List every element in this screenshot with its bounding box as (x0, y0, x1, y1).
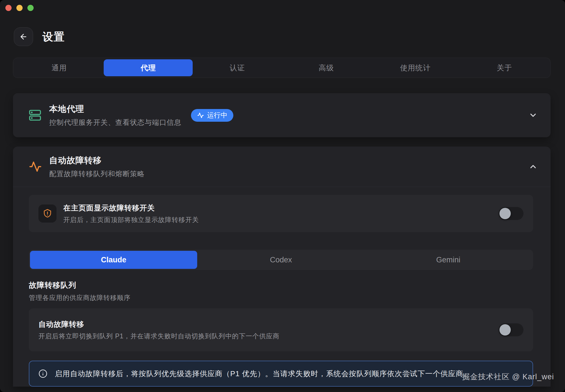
chevron-up-icon (529, 162, 538, 171)
auto-failover-toggle-row: 自动故障转移 开启后将立即切换到队列 P1，并在请求失败时自动切换到队列中的下一… (29, 308, 533, 351)
app-segmented-control: Claude Codex Gemini (29, 250, 533, 270)
segment-codex[interactable]: Codex (197, 251, 364, 269)
toggle-knob (499, 324, 511, 336)
auto-failover-toggle-subtitle: 开启后将立即切换到队列 P1，并在请求失败时自动切换到队列中的下一个供应商 (38, 332, 280, 341)
activity-pulse-icon (197, 112, 204, 119)
tab-auth[interactable]: 认证 (193, 59, 282, 76)
chevron-down-icon (529, 111, 538, 120)
segment-claude[interactable]: Claude (30, 251, 197, 269)
auto-failover-toggle-title: 自动故障转移 (38, 319, 280, 329)
auto-failover-card-body: 在主页面显示故障转移开关 开启后，主页面顶部将独立显示故障转移开关 Claude… (13, 187, 551, 387)
arrow-left-icon (19, 32, 28, 41)
page-title: 设置 (42, 30, 65, 44)
minimize-window-button[interactable] (16, 5, 23, 11)
tab-proxy[interactable]: 代理 (104, 59, 193, 76)
community-watermark: 掘金技术社区 @ Karl_wei (462, 372, 554, 382)
auto-failover-toggle-texts: 自动故障转移 开启后将立即切换到队列 P1，并在请求失败时自动切换到队列中的下一… (38, 319, 280, 341)
local-proxy-card[interactable]: 本地代理 控制代理服务开关、查看状态与端口信息 运行中 (13, 93, 551, 137)
info-icon (38, 369, 47, 378)
failover-info-text: 启用自动故障转移后，将按队列优先级选择供应商（P1 优先）。当请求失败时，系统会… (55, 369, 471, 379)
local-proxy-subtitle: 控制代理服务开关、查看状态与端口信息 (49, 118, 181, 127)
auto-failover-card: 自动故障转移 配置故障转移队列和熔断策略 在主页面显示故障转移开 (13, 147, 551, 387)
auto-failover-collapse-chevron[interactable] (529, 162, 538, 171)
local-proxy-texts: 本地代理 控制代理服务开关、查看状态与端口信息 (49, 103, 181, 127)
zoom-window-button[interactable] (27, 5, 34, 11)
auto-failover-toggle[interactable] (499, 323, 523, 336)
window-controls (5, 5, 34, 11)
failover-queue-section: 故障转移队列 管理各应用的供应商故障转移顺序 (29, 280, 533, 302)
tab-advanced[interactable]: 高级 (282, 59, 371, 76)
failover-queue-subtitle: 管理各应用的供应商故障转移顺序 (29, 293, 533, 302)
auto-failover-card-header[interactable]: 自动故障转移 配置故障转移队列和熔断策略 (13, 147, 551, 187)
failover-queue-title: 故障转移队列 (29, 280, 533, 290)
activity-pulse-icon (28, 160, 42, 173)
settings-tabbar: 通用 代理 认证 高级 使用统计 关于 (13, 58, 551, 78)
toggle-knob (499, 208, 511, 219)
running-status-badge[interactable]: 运行中 (191, 109, 233, 122)
page-header: 设置 (14, 27, 547, 46)
close-window-button[interactable] (5, 5, 12, 11)
settings-window: 设置 通用 代理 认证 高级 使用统计 关于 本地代理 控制代理服务开关、查看状… (0, 0, 565, 392)
show-failover-switch-texts: 在主页面显示故障转移开关 开启后，主页面顶部将独立显示故障转移开关 (63, 203, 199, 224)
tab-general[interactable]: 通用 (15, 59, 104, 76)
tab-usage-stats[interactable]: 使用统计 (371, 59, 460, 76)
auto-failover-title: 自动故障转移 (49, 155, 145, 166)
local-proxy-expand-chevron[interactable] (529, 111, 538, 120)
show-failover-switch-subtitle: 开启后，主页面顶部将独立显示故障转移开关 (63, 215, 199, 224)
auto-failover-subtitle: 配置故障转移队列和熔断策略 (49, 169, 145, 178)
running-status-label: 运行中 (207, 111, 227, 120)
show-failover-switch-title: 在主页面显示故障转移开关 (63, 203, 199, 213)
show-failover-switch-toggle[interactable] (499, 207, 523, 220)
failover-info-note: 启用自动故障转移后，将按队列优先级选择供应商（P1 优先）。当请求失败时，系统会… (29, 361, 533, 387)
server-icon (28, 109, 42, 122)
local-proxy-title: 本地代理 (49, 103, 181, 115)
auto-failover-texts: 自动故障转移 配置故障转移队列和熔断策略 (49, 155, 145, 178)
shield-alert-icon (38, 204, 56, 223)
tab-about[interactable]: 关于 (460, 59, 549, 76)
back-button[interactable] (14, 27, 33, 46)
segment-gemini[interactable]: Gemini (365, 251, 532, 269)
show-failover-switch-row: 在主页面显示故障转移开关 开启后，主页面顶部将独立显示故障转移开关 (29, 195, 533, 232)
